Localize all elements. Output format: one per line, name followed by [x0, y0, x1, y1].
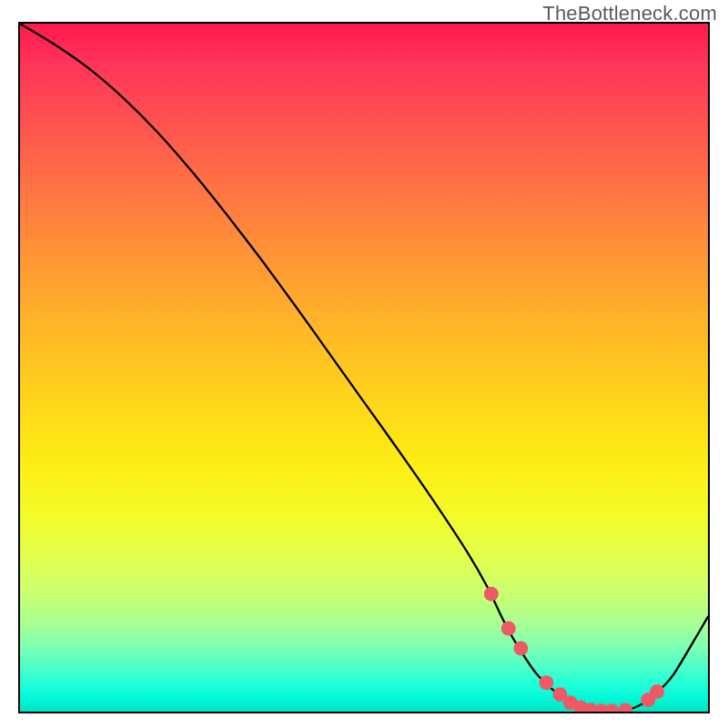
highlight-dot	[501, 622, 516, 636]
bottleneck-curve	[20, 24, 708, 711]
highlight-dot	[513, 641, 528, 655]
highlight-dot	[604, 703, 619, 712]
highlight-dot	[484, 587, 499, 602]
highlight-dot	[618, 703, 632, 712]
highlight-dot	[650, 684, 664, 699]
chart-svg	[20, 24, 708, 712]
highlight-dots	[484, 587, 664, 712]
highlight-dot	[539, 675, 553, 690]
chart-stage: TheBottleneck.com	[0, 0, 728, 728]
plot-area	[18, 22, 710, 713]
